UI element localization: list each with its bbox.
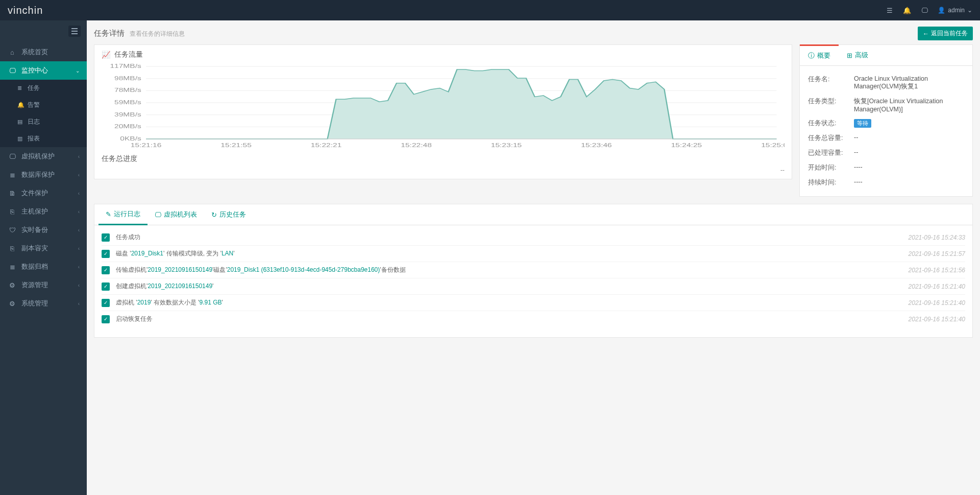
sidebar-subitem-1-3[interactable]: ▥报表 (0, 130, 87, 147)
subnav-label: 任务 (28, 84, 40, 92)
svg-text:15:21:55: 15:21:55 (220, 143, 252, 148)
throughput-chart: 0KB/s20MB/s39MB/s59MB/s78MB/s98MB/s117MB… (102, 63, 785, 150)
page-subtitle: 查看任务的详细信息 (130, 30, 185, 37)
nav-icon: ⎘ (8, 208, 16, 216)
detail-tab-1[interactable]: ⊞高级 (839, 45, 876, 65)
svg-text:15:22:21: 15:22:21 (311, 143, 342, 148)
sidebar-subitem-1-2[interactable]: ▤日志 (0, 113, 87, 130)
tab-icon: ✎ (106, 210, 111, 218)
detail-tab-0[interactable]: ⓘ概要 (800, 44, 839, 65)
chart-title: 任务流量 (114, 50, 143, 59)
detail-row-1: 任务类型:恢复[Oracle Linux Virtualization Mana… (808, 94, 964, 116)
check-icon: ✓ (102, 299, 110, 307)
nav-icon: ⚙ (8, 300, 16, 308)
svg-text:15:21:16: 15:21:16 (131, 143, 162, 148)
user-menu[interactable]: 👤 admin ⌄ (938, 7, 972, 14)
detail-key: 任务状态: (808, 119, 854, 128)
check-icon: ✓ (102, 250, 110, 258)
arrow-left-icon: ← (923, 30, 929, 37)
sidebar-item-2[interactable]: 🖵虚拟机保护‹ (0, 147, 87, 166)
nav-icon: 🛡 (8, 226, 16, 234)
detail-value: -- (854, 149, 964, 157)
chevron-icon: ‹ (78, 191, 80, 196)
svg-text:59MB/s: 59MB/s (114, 100, 141, 105)
sidebar-item-8[interactable]: ≣数据归档‹ (0, 257, 87, 276)
detail-row-2: 任务状态:等待 (808, 116, 964, 131)
tab-icon: ⓘ (808, 51, 815, 60)
detail-key: 持续时间: (808, 178, 854, 187)
log-row-3: ✓创建虚拟机'2019_20210916150149'2021-09-16 15… (102, 278, 965, 295)
nav: ⌂系统首页🖵监控中心⌄≣任务🔔告警▤日志▥报表🖵虚拟机保护‹≣数据库保护‹🗎文件… (0, 20, 87, 313)
bell-icon[interactable]: 🔔 (903, 6, 911, 14)
sidebar-subitem-1-0[interactable]: ≣任务 (0, 80, 87, 97)
nav-label: 文件保护 (21, 188, 48, 198)
nav-icon: 🖵 (8, 153, 16, 160)
sidebar-item-6[interactable]: 🛡实时备份‹ (0, 221, 87, 239)
monitor-icon[interactable]: 🖵 (920, 6, 928, 14)
progress-title: 任务总进度 (94, 154, 792, 167)
chart-icon: 📈 (102, 51, 110, 59)
log-tab-1[interactable]: 🖵虚拟机列表 (148, 204, 204, 225)
svg-text:15:23:15: 15:23:15 (491, 143, 522, 148)
sidebar-item-0[interactable]: ⌂系统首页 (0, 43, 87, 61)
nav-label: 副本容灾 (21, 244, 48, 253)
log-tab-2[interactable]: ↻历史任务 (204, 204, 253, 225)
svg-text:0KB/s: 0KB/s (120, 136, 141, 142)
page-title: 任务详情 (94, 29, 125, 37)
sidebar-item-5[interactable]: ⎘主机保护‹ (0, 202, 87, 221)
check-icon: ✓ (102, 233, 110, 242)
log-time: 2021-09-16 15:21:56 (909, 267, 965, 274)
back-button-label: 返回当前任务 (931, 29, 968, 38)
nav-icon: ≣ (8, 263, 16, 271)
tab-label: 高级 (855, 51, 868, 60)
chevron-icon: ‹ (78, 264, 80, 270)
sidebar-item-10[interactable]: ⚙系统管理‹ (0, 294, 87, 313)
brand-logo: vinchin (8, 5, 43, 16)
chevron-icon: ‹ (78, 209, 80, 215)
detail-value: -- (854, 134, 964, 143)
log-message: 磁盘 '2019_Disk1' 传输模式降级, 变为 'LAN' (116, 249, 909, 258)
log-message: 创建虚拟机'2019_20210916150149' (116, 282, 909, 291)
sidebar: ⌂系统首页🖵监控中心⌄≣任务🔔告警▤日志▥报表🖵虚拟机保护‹≣数据库保护‹🗎文件… (0, 20, 87, 495)
sidebar-item-4[interactable]: 🗎文件保护‹ (0, 184, 87, 202)
sidebar-subitem-1-1[interactable]: 🔔告警 (0, 97, 87, 113)
chart-card: 📈 任务流量 0KB/s20MB/s39MB/s59MB/s78MB/s98MB… (94, 44, 792, 179)
log-message: 传输虚拟机'2019_20210916150149'磁盘'2019_Disk1 … (116, 266, 909, 274)
nav-label: 数据归档 (21, 262, 48, 271)
sidebar-item-7[interactable]: ⎘副本容灾‹ (0, 239, 87, 257)
detail-row-5: 开始时间:---- (808, 160, 964, 175)
sidebar-toggle[interactable] (68, 26, 81, 37)
log-time: 2021-09-16 15:21:40 (909, 283, 965, 290)
log-tab-0[interactable]: ✎运行日志 (99, 204, 148, 225)
main: 任务详情 查看任务的详细信息 ← 返回当前任务 📈 任务流量 0KB/s20MB… (87, 20, 980, 495)
chevron-icon: ⌄ (76, 68, 80, 74)
log-time: 2021-09-16 15:21:40 (909, 299, 965, 307)
subnav-label: 日志 (28, 117, 40, 126)
tab-icon: ↻ (211, 211, 217, 219)
detail-row-4: 已处理容量:-- (808, 146, 964, 160)
sidebar-item-9[interactable]: ⚙资源管理‹ (0, 276, 87, 294)
chevron-icon: ‹ (78, 172, 80, 178)
tab-icon: ⊞ (847, 52, 852, 59)
back-button[interactable]: ← 返回当前任务 (918, 27, 973, 40)
detail-row-0: 任务名:Oracle Linux Virtualization Manager(… (808, 72, 964, 94)
log-time: 2021-09-16 15:24:33 (909, 234, 965, 241)
chevron-icon: ‹ (78, 301, 80, 307)
nav-label: 监控中心 (21, 66, 48, 75)
tab-label: 虚拟机列表 (164, 210, 197, 219)
svg-text:15:22:48: 15:22:48 (401, 143, 432, 148)
subnav-icon: 🔔 (17, 102, 23, 108)
nav-label: 系统管理 (21, 299, 48, 308)
tab-label: 运行日志 (114, 209, 140, 219)
svg-text:78MB/s: 78MB/s (114, 87, 141, 93)
svg-text:15:25:04: 15:25:04 (761, 143, 785, 148)
sidebar-item-3[interactable]: ≣数据库保护‹ (0, 166, 87, 184)
detail-key: 已处理容量: (808, 149, 854, 157)
status-badge: 等待 (854, 119, 871, 128)
sidebar-item-1[interactable]: 🖵监控中心⌄ (0, 61, 87, 80)
detail-list: 任务名:Oracle Linux Virtualization Manager(… (800, 66, 972, 196)
log-row-5: ✓启动恢复任务2021-09-16 15:21:40 (102, 311, 965, 327)
nav-icon: ≣ (8, 171, 16, 179)
nav-label: 实时备份 (21, 225, 48, 234)
list-icon[interactable]: ☰ (886, 6, 894, 14)
